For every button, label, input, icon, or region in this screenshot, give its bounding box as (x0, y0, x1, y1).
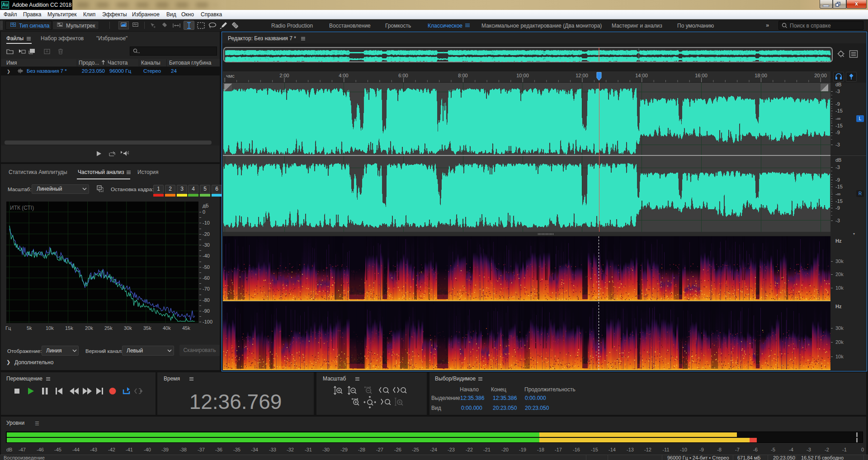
svg-text:ИТК (СТI): ИТК (СТI) (10, 205, 34, 211)
